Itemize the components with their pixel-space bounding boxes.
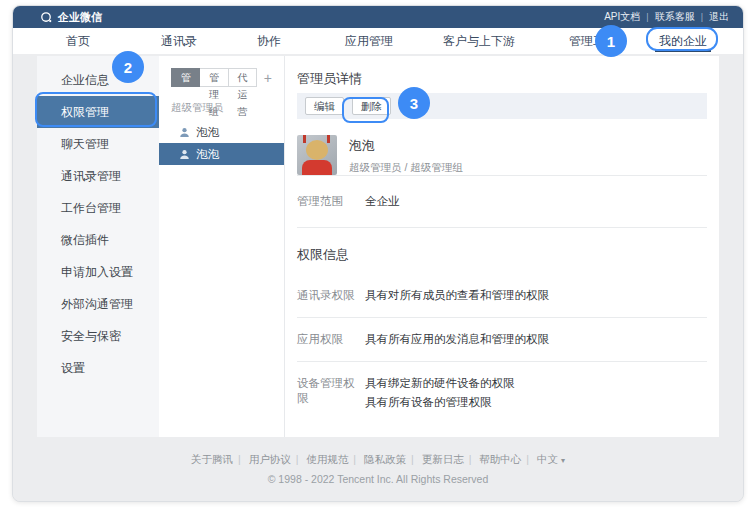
row-value: 具有所有设备的管理权限 bbox=[365, 391, 515, 413]
avatar-detail bbox=[303, 135, 306, 143]
row-label: 应用权限 bbox=[297, 332, 365, 347]
language-selector[interactable]: 中文 bbox=[537, 453, 558, 465]
sidebar-item-workbench[interactable]: 工作台管理 bbox=[37, 192, 159, 224]
sidebar-item-wechat-plugin[interactable]: 微信插件 bbox=[37, 224, 159, 256]
settings-sidebar: 企业信息 权限管理 聊天管理 通讯录管理 工作台管理 微信插件 申请加入设置 外… bbox=[37, 56, 159, 437]
annotation-step-2: 2 bbox=[112, 51, 144, 83]
sidebar-item-chat-mgmt[interactable]: 聊天管理 bbox=[37, 128, 159, 160]
row-label: 管理范围 bbox=[297, 194, 365, 209]
footer-link-privacy[interactable]: 隐私政策 bbox=[364, 453, 406, 465]
content-card: 企业信息 权限管理 聊天管理 通讯录管理 工作台管理 微信插件 申请加入设置 外… bbox=[37, 56, 719, 437]
admin-name: 泡泡 bbox=[196, 125, 219, 140]
admin-role: 超级管理员 / 超级管理组 bbox=[349, 161, 463, 175]
topbar-link-api-docs[interactable]: API文档 bbox=[604, 10, 640, 24]
topbar: 企业微信 API文档 | 联系客服 | 退出 bbox=[13, 6, 743, 28]
scope-row: 管理范围 全企业 bbox=[297, 176, 707, 227]
nav-collab[interactable]: 协作 bbox=[257, 28, 281, 54]
nav-contacts[interactable]: 通讯录 bbox=[161, 28, 197, 54]
avatar-detail bbox=[302, 160, 332, 175]
page-body: 企业信息 权限管理 聊天管理 通讯录管理 工作台管理 微信插件 申请加入设置 外… bbox=[13, 56, 743, 502]
admin-name: 泡泡 bbox=[196, 147, 219, 162]
delete-button[interactable]: 删除 bbox=[352, 97, 391, 115]
active-nav-underline bbox=[655, 50, 711, 52]
brand-logo-icon bbox=[40, 11, 53, 24]
sidebar-item-security[interactable]: 安全与保密 bbox=[37, 320, 159, 352]
sidebar-item-permissions[interactable]: 权限管理 bbox=[37, 96, 159, 128]
permissions-section-title: 权限信息 bbox=[297, 246, 707, 264]
topbar-link-logout[interactable]: 退出 bbox=[709, 10, 729, 24]
footer-link-about[interactable]: 关于腾讯 bbox=[191, 453, 233, 465]
page-footer: 关于腾讯| 用户协议| 使用规范| 隐私政策| 更新日志| 帮助中心| 中文▾ … bbox=[13, 437, 743, 485]
tab-agent-ops[interactable]: 代运营 bbox=[229, 68, 257, 87]
device-permission-row: 设备管理权限 具有绑定新的硬件设备的权限 具有所有设备的管理权限 bbox=[297, 362, 707, 427]
detail-toolbar: 编辑 删除 bbox=[297, 93, 707, 119]
sidebar-item-settings[interactable]: 设置 bbox=[37, 352, 159, 384]
admin-display-name: 泡泡 bbox=[349, 137, 463, 155]
separator: | bbox=[411, 453, 414, 465]
main-nav: 首页 通讯录 协作 应用管理 客户与上下游 管理工具 我的企业 bbox=[13, 28, 743, 54]
brand-name: 企业微信 bbox=[58, 10, 102, 25]
admin-group-label: 超级管理员 bbox=[171, 101, 272, 115]
footer-link-rules[interactable]: 使用规范 bbox=[306, 453, 348, 465]
admin-list-panel: 管理员 管理组 代运营 + 超级管理员 bbox=[159, 56, 285, 437]
admin-detail-panel: 管理员详情 编辑 删除 泡泡 bbox=[285, 56, 719, 437]
edit-button[interactable]: 编辑 bbox=[305, 97, 344, 115]
annotation-step-1: 1 bbox=[595, 25, 627, 57]
topbar-link-support[interactable]: 联系客服 bbox=[655, 10, 695, 24]
brand[interactable]: 企业微信 bbox=[40, 10, 102, 25]
admin-list-item-selected[interactable]: 泡泡 bbox=[159, 143, 284, 165]
annotation-step-3: 3 bbox=[398, 87, 430, 119]
footer-links: 关于腾讯| 用户协议| 使用规范| 隐私政策| 更新日志| 帮助中心| 中文▾ bbox=[13, 453, 743, 467]
add-admin-button plus-icon[interactable]: + bbox=[264, 71, 272, 85]
nav-home[interactable]: 首页 bbox=[66, 28, 90, 54]
divider bbox=[297, 227, 707, 228]
sidebar-item-external-comm[interactable]: 外部沟通管理 bbox=[37, 288, 159, 320]
footer-link-terms[interactable]: 用户协议 bbox=[249, 453, 291, 465]
separator: | bbox=[526, 453, 529, 465]
tab-admin-groups[interactable]: 管理组 bbox=[200, 68, 228, 87]
row-value: 全企业 bbox=[365, 194, 400, 209]
separator: | bbox=[701, 12, 703, 22]
separator: | bbox=[296, 453, 299, 465]
separator: | bbox=[469, 453, 472, 465]
person-icon bbox=[179, 149, 190, 160]
app-permission-row: 应用权限 具有所有应用的发消息和管理的权限 bbox=[297, 318, 707, 361]
avatar-detail bbox=[327, 135, 330, 143]
nav-apps[interactable]: 应用管理 bbox=[345, 28, 393, 54]
row-value: 具有所有应用的发消息和管理的权限 bbox=[365, 332, 549, 347]
separator: | bbox=[353, 453, 356, 465]
avatar-detail bbox=[306, 140, 328, 160]
admin-type-tabs: 管理员 管理组 代运营 + bbox=[171, 68, 272, 87]
row-label: 设备管理权限 bbox=[297, 376, 365, 413]
row-value: 具有对所有成员的查看和管理的权限 bbox=[365, 288, 549, 303]
row-label: 通讯录权限 bbox=[297, 288, 365, 303]
admin-profile: 泡泡 超级管理员 / 超级管理组 bbox=[297, 135, 707, 175]
avatar bbox=[297, 135, 337, 175]
row-value: 具有绑定新的硬件设备的权限 bbox=[365, 376, 515, 391]
contacts-permission-row: 通讯录权限 具有对所有成员的查看和管理的权限 bbox=[297, 274, 707, 317]
admin-list-item[interactable]: 泡泡 bbox=[159, 121, 284, 143]
caret-down-icon: ▾ bbox=[561, 456, 565, 465]
nav-customers[interactable]: 客户与上下游 bbox=[443, 28, 515, 54]
panel-title: 管理员详情 bbox=[297, 70, 707, 87]
admin-member-list: 泡泡 泡泡 bbox=[159, 121, 284, 165]
footer-link-help[interactable]: 帮助中心 bbox=[479, 453, 521, 465]
person-icon bbox=[179, 127, 190, 138]
screenshot-root: 企业微信 API文档 | 联系客服 | 退出 首页 通讯录 协作 应用管理 客户… bbox=[0, 0, 756, 508]
tab-admins[interactable]: 管理员 bbox=[171, 68, 200, 87]
separator: | bbox=[646, 12, 648, 22]
sidebar-item-join-settings[interactable]: 申请加入设置 bbox=[37, 256, 159, 288]
topbar-links: API文档 | 联系客服 | 退出 bbox=[604, 6, 729, 28]
sidebar-item-contacts-mgmt[interactable]: 通讯录管理 bbox=[37, 160, 159, 192]
footer-link-changelog[interactable]: 更新日志 bbox=[422, 453, 464, 465]
copyright: © 1998 - 2022 Tencent Inc. All Rights Re… bbox=[13, 473, 743, 485]
separator: | bbox=[238, 453, 241, 465]
